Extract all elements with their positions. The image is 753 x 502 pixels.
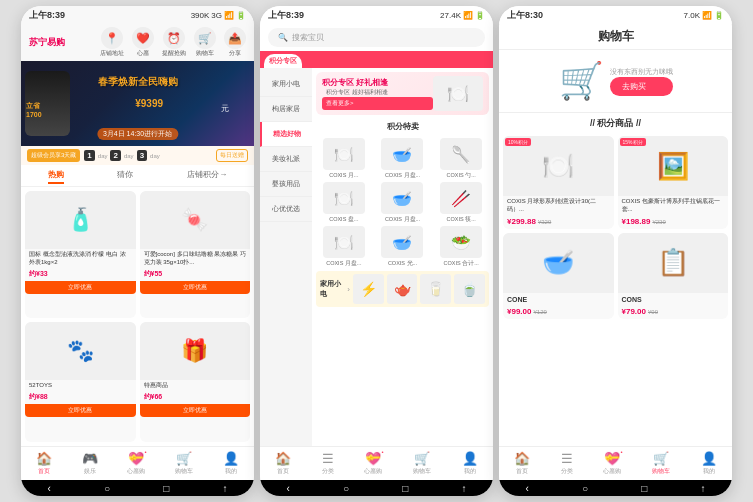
wishlist-icon-1: 💝 bbox=[128, 451, 144, 466]
header-icon-heart[interactable]: ❤️ 心愿 bbox=[132, 27, 154, 58]
product-name-1: 国标 概念型油液洗涤消 柠檬 电白 浓外表1kg×2 bbox=[25, 249, 136, 269]
category-icon-2: ☰ bbox=[322, 451, 334, 466]
product-card-2[interactable]: 🍬 可爱[cocon] 多口味咕噜糖 果冻糖果 巧克力装 35g×10扑... … bbox=[140, 191, 251, 318]
nav-cart-3[interactable]: 🛒 购物车 bbox=[652, 451, 670, 476]
product2-name-5: COXIS 月盘... bbox=[375, 216, 431, 223]
header-icon-address[interactable]: 📍 店铺地址 bbox=[100, 27, 124, 58]
nav-wishlist-1[interactable]: 💝 心愿购 bbox=[127, 451, 145, 476]
product-card-3[interactable]: 🐾 52TOYS 约¥88 立即优惠 bbox=[25, 322, 136, 442]
recent-btn-3[interactable]: □ bbox=[641, 483, 647, 494]
sidebar-item-selected2[interactable]: 心优优选 bbox=[260, 197, 312, 222]
section2-item-4[interactable]: 🍵 bbox=[454, 274, 485, 304]
product-btn-3[interactable]: 立即优惠 bbox=[25, 404, 136, 417]
phone2-section2: 家用小电 › ⚡ 🫖 🥛 🍵 bbox=[316, 271, 489, 307]
category-icon-3: ☰ bbox=[561, 451, 573, 466]
phone2-sidebar: 家用小电 枸居家居 精选好物 美妆礼派 婴孩用品 心优优选 bbox=[260, 68, 312, 446]
phone3-card-3[interactable]: 🥣 CONE ¥99.00 ¥129 bbox=[503, 233, 614, 319]
sidebar-item-baby[interactable]: 婴孩用品 bbox=[260, 172, 312, 197]
share-btn-3[interactable]: ↑ bbox=[700, 483, 705, 494]
product-card-4[interactable]: 🎁 特惠商品 约¥66 立即优惠 bbox=[140, 322, 251, 442]
price-value: 9399 bbox=[141, 98, 163, 109]
phone3-price-2: ¥198.89 ¥239 bbox=[618, 216, 729, 229]
tab-points[interactable]: 店铺积分→ bbox=[187, 169, 227, 184]
nav-home-2[interactable]: 🏠 首页 bbox=[275, 451, 291, 476]
phone2-product-item-6[interactable]: 🥢 COXIS 筷... bbox=[433, 182, 489, 223]
daily-tag[interactable]: 每日送赠 bbox=[216, 149, 248, 162]
heart-icon: ❤️ bbox=[132, 27, 154, 49]
section2-item-1[interactable]: ⚡ bbox=[353, 274, 384, 304]
sidebar-item-home-appliance[interactable]: 家用小电 bbox=[260, 72, 312, 97]
nav-label-game-1: 娱乐 bbox=[84, 467, 96, 476]
phone2-product-item-2[interactable]: 🥣 COXIS 月盘... bbox=[375, 138, 431, 179]
promo-btn[interactable]: 查看更多> bbox=[322, 97, 433, 110]
phone2-product-item-3[interactable]: 🥄 COXIS 勺... bbox=[433, 138, 489, 179]
phone3-card-2[interactable]: 🖼️ 15%积分 COXIS 包豪斯计博系列手拉锅底花一套... ¥198.89… bbox=[618, 136, 729, 229]
back-btn-2[interactable]: ‹ bbox=[287, 483, 290, 494]
header-icon-share[interactable]: 📤 分享 bbox=[224, 27, 246, 58]
bottom-nav-2: 🏠 首页 ☰ 分类 💝 心愿购 🛒 购物车 👤 我的 bbox=[260, 446, 493, 480]
product-btn-1[interactable]: 立即优惠 bbox=[25, 281, 136, 294]
share-btn-1[interactable]: ↑ bbox=[222, 483, 227, 494]
home-btn-3[interactable]: ○ bbox=[582, 483, 588, 494]
phone2-product-item-1[interactable]: 🍽️ COXIS 月... bbox=[316, 138, 372, 179]
cart-empty-text: 没有东西别无力咪哦 bbox=[610, 67, 673, 77]
back-btn-1[interactable]: ‹ bbox=[48, 483, 51, 494]
status-time-1: 上午8:39 bbox=[29, 9, 65, 22]
home-btn-1[interactable]: ○ bbox=[104, 483, 110, 494]
nav-home-3[interactable]: 🏠 首页 bbox=[514, 451, 530, 476]
phone3-body: 🛒 没有东西别无力咪哦 去购买 // 积分商品 // 🍽️ 10%积分 COXI… bbox=[499, 50, 732, 446]
phone3-name-1: COXIS 月球形系列创意设计30(二码）... bbox=[503, 196, 614, 216]
phone3-name-2: COXIS 包豪斯计博系列手拉锅底花一套... bbox=[618, 196, 729, 216]
phone3-card-1[interactable]: 🍽️ 10%积分 COXIS 月球形系列创意设计30(二码）... ¥299.8… bbox=[503, 136, 614, 229]
header-icon-cart[interactable]: 🛒 购物车 bbox=[194, 27, 216, 58]
sidebar-item-home[interactable]: 枸居家居 bbox=[260, 97, 312, 122]
nav-category-3[interactable]: ☰ 分类 bbox=[561, 451, 573, 476]
search-input-2[interactable]: 🔍 搜索宝贝 bbox=[268, 28, 485, 47]
nav-cart-2[interactable]: 🛒 购物车 bbox=[413, 451, 431, 476]
nav-wishlist-2[interactable]: 💝 心愿购 bbox=[364, 451, 382, 476]
product-card-1[interactable]: 🧴 国标 概念型油液洗涤消 柠檬 电白 浓外表1kg×2 约¥33 立即优惠 bbox=[25, 191, 136, 318]
nav-category-2[interactable]: ☰ 分类 bbox=[322, 451, 334, 476]
cart-nav-icon-1: 🛒 bbox=[176, 451, 192, 466]
tab-hot[interactable]: 热购 bbox=[48, 169, 64, 184]
phone2-product-item-9[interactable]: 🥗 COXIS 合计... bbox=[433, 226, 489, 267]
sidebar-item-selected[interactable]: 精选好物 bbox=[260, 122, 312, 147]
nav-profile-3[interactable]: 👤 我的 bbox=[701, 451, 717, 476]
nav-wishlist-3[interactable]: 💝 心愿购 bbox=[603, 451, 621, 476]
sidebar-item-beauty[interactable]: 美妆礼派 bbox=[260, 147, 312, 172]
nav-game-1[interactable]: 🎮 娱乐 bbox=[82, 451, 98, 476]
phone3-header: 购物车 bbox=[499, 24, 732, 50]
tab-recommend[interactable]: 猜你 bbox=[117, 169, 133, 184]
recent-btn-1[interactable]: □ bbox=[163, 483, 169, 494]
page-title-3: 购物车 bbox=[598, 29, 634, 43]
product-btn-2[interactable]: 立即优惠 bbox=[140, 281, 251, 294]
phone2-product-item-8[interactable]: 🥣 COXIS 光... bbox=[375, 226, 431, 267]
nav-cart-1[interactable]: 🛒 购物车 bbox=[175, 451, 193, 476]
product2-name-9: COXIS 合计... bbox=[433, 260, 489, 267]
share-btn-2[interactable]: ↑ bbox=[461, 483, 466, 494]
phone2-product-item-7[interactable]: 🍽️ COXIS 月盘... bbox=[316, 226, 372, 267]
nav-label-cart-1: 购物车 bbox=[175, 467, 193, 476]
header-icon-alarm[interactable]: ⏰ 提醒抢购 bbox=[162, 27, 186, 58]
go-buy-btn[interactable]: 去购买 bbox=[610, 77, 673, 96]
section2-arrow: › bbox=[347, 285, 350, 294]
nav-home-1[interactable]: 🏠 首页 bbox=[36, 451, 52, 476]
tab-points-zone[interactable]: 积分专区 bbox=[264, 54, 302, 68]
phone2-product-item-5[interactable]: 🥣 COXIS 月盘... bbox=[375, 182, 431, 223]
coupon-badge[interactable]: 超级会员享3天藏 bbox=[27, 149, 80, 162]
phone2-product-item-4[interactable]: 🍽️ COXIS 盘... bbox=[316, 182, 372, 223]
cart-empty-row: 🛒 没有东西别无力咪哦 去购买 bbox=[559, 60, 673, 102]
home-icon-1: 🏠 bbox=[36, 451, 52, 466]
nav-profile-1[interactable]: 👤 我的 bbox=[223, 451, 239, 476]
section2-item-2[interactable]: 🫖 bbox=[387, 274, 418, 304]
recent-btn-2[interactable]: □ bbox=[402, 483, 408, 494]
promo-image: 🍽️ bbox=[433, 76, 483, 111]
section2-item-3[interactable]: 🥛 bbox=[420, 274, 451, 304]
phone1-banner[interactable]: 立省1700 春季焕新全民嗨购 ¥9399 元 3月4日 14:30进行开始 bbox=[21, 61, 254, 146]
phone3-card-4[interactable]: 📋 CONS ¥79.00 ¥99 bbox=[618, 233, 729, 319]
back-btn-3[interactable]: ‹ bbox=[526, 483, 529, 494]
product-btn-4[interactable]: 立即优惠 bbox=[140, 404, 251, 417]
home-btn-2[interactable]: ○ bbox=[343, 483, 349, 494]
nav-profile-2[interactable]: 👤 我的 bbox=[462, 451, 478, 476]
phone2-promo-banner[interactable]: 积分专区 好礼相逢 积分专区 超好福利相逢 查看更多> 🍽️ bbox=[316, 72, 489, 115]
